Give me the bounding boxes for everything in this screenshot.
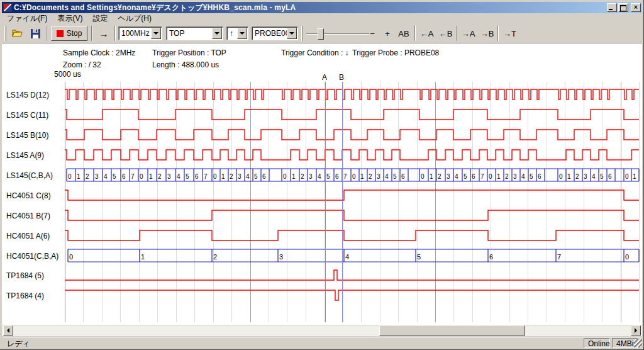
bus-value-label: 3 [238, 173, 242, 180]
bus-value-label: 5 [464, 173, 467, 180]
bus-value-label: 6 [122, 173, 126, 180]
scroll-right-button[interactable] [631, 325, 641, 336]
scroll-left-button[interactable] [3, 325, 13, 336]
bus-value-label: 6 [608, 173, 612, 180]
bus-value-label: 0 [489, 173, 492, 180]
bus-value-label: 4 [104, 173, 108, 180]
statusbar: レディ Online 4MBit [2, 337, 642, 348]
bus-value-label: 0 [68, 173, 72, 180]
bus-value-label: 0 [213, 173, 217, 180]
bus-value-label: 1 [633, 173, 636, 180]
bus-value-label: 3 [513, 173, 517, 180]
bus-value-label: 2 [86, 173, 89, 180]
horizontal-scrollbar[interactable] [2, 325, 642, 336]
bus-value-label: 1 [567, 173, 571, 180]
mylae-logic-analyzer-window: { "window": { "title": "C:¥Documents and… [0, 0, 644, 350]
trace-ls145-d-12- [65, 89, 639, 99]
bus-value-label: 2 [505, 173, 509, 180]
bus-value-label: 1 [360, 173, 364, 180]
bus-value-label: 6 [401, 173, 405, 180]
bus-value-label: 2 [213, 253, 217, 261]
bus-value-label: 4 [592, 173, 596, 180]
bus-value-label: 5 [393, 173, 397, 180]
waveform-plot: 0123456701234567012345601234567012345601… [0, 0, 644, 350]
trace-hc4051-c-b-a- [68, 249, 639, 262]
trace-ls145-c-11- [65, 110, 639, 120]
bus-value-label: 1 [497, 173, 501, 180]
bus-value-label: 0 [421, 173, 425, 180]
bus-value-label: 2 [438, 173, 441, 180]
trace-hc4051-b-7- [65, 210, 639, 220]
bus-value-label: 5 [530, 173, 533, 180]
bus-value-label: 3 [95, 173, 99, 180]
bus-value-label: 4 [318, 173, 321, 180]
bus-value-label: 1 [77, 173, 80, 180]
bus-value-label: 7 [343, 173, 347, 180]
trace-hc4051-c-8- [65, 190, 639, 200]
bus-value-label: 0 [283, 173, 287, 180]
left-arrow-icon [7, 328, 9, 333]
status-online: Online [584, 338, 610, 348]
bus-value-label: 7 [480, 173, 484, 180]
bus-value-label: 4 [455, 173, 458, 180]
bus-value-label: 2 [369, 173, 372, 180]
bus-value-label: 6 [489, 253, 493, 261]
bus-value-label: 6 [195, 173, 199, 180]
bus-value-label: 0 [352, 173, 356, 180]
bus-value-label: 6 [335, 173, 339, 180]
bus-value-label: 2 [575, 173, 579, 180]
bus-value-label: 5 [113, 173, 116, 180]
bus-value-label: 7 [131, 173, 135, 180]
bus-value-label: 2 [301, 173, 304, 180]
right-arrow-icon [635, 328, 637, 333]
bus-value-label: 3 [377, 173, 380, 180]
status-ready: レディ [7, 339, 30, 349]
bus-value-label: 5 [326, 173, 330, 180]
bus-value-label: 4 [385, 173, 389, 180]
bus-value-label: 0 [625, 173, 629, 180]
bus-value-label: 4 [246, 173, 250, 180]
bus-value-label: 5 [254, 173, 258, 180]
bus-value-label: 1 [141, 253, 145, 261]
bus-value-label: 5 [186, 173, 189, 180]
bus-value-label: 1 [149, 173, 153, 180]
bus-value-label: 1 [430, 173, 433, 180]
bus-value-label: 0 [625, 253, 629, 261]
bus-value-label: 1 [221, 173, 225, 180]
trace-hc4051-c-b-a--dividers [68, 249, 639, 262]
trace-tp1684-4- [65, 290, 639, 300]
bus-value-label: 3 [167, 173, 171, 180]
bus-value-label: 6 [472, 173, 475, 180]
bus-value-label: 2 [230, 173, 233, 180]
bus-value-label: 7 [557, 253, 561, 261]
bus-value-label: 7 [204, 173, 208, 180]
bus-value-label: 2 [158, 173, 162, 180]
bus-value-label: 6 [538, 173, 541, 180]
scrollbar-thumb[interactable] [379, 325, 525, 336]
bus-value-label: 5 [417, 253, 421, 261]
bus-value-label: 3 [279, 253, 283, 261]
bus-value-label: 4 [345, 253, 349, 261]
bus-value-label: 1 [292, 173, 296, 180]
bus-value-label: 0 [559, 173, 563, 180]
bus-value-label: 0 [140, 173, 143, 180]
trace-ls145-b-10- [65, 130, 639, 140]
bus-value-label: 3 [584, 173, 587, 180]
bus-value-label: 4 [177, 173, 180, 180]
bus-value-label: 4 [521, 173, 525, 180]
trace-tp1684-5- [65, 270, 639, 280]
resize-grip[interactable] [634, 339, 642, 347]
bus-value-label: 3 [447, 173, 450, 180]
trace-hc4051-a-6- [65, 230, 639, 240]
bus-value-label: 6 [262, 173, 266, 180]
trace-ls145-a-9- [65, 150, 639, 160]
bus-value-label: 3 [309, 173, 313, 180]
bus-value-label: 5 [600, 173, 604, 180]
bus-value-label: 0 [69, 253, 73, 261]
